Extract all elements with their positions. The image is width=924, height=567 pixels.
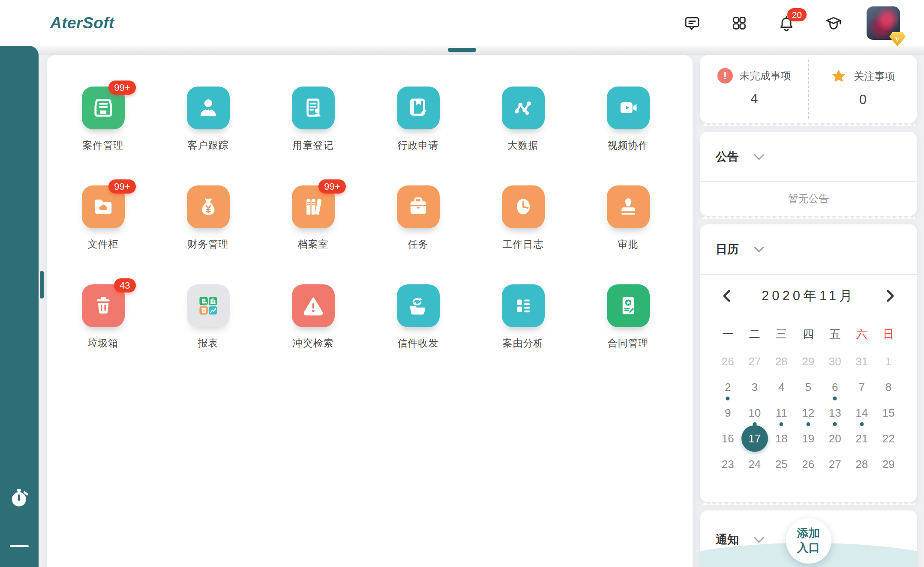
chevron-down-icon[interactable] [752, 242, 766, 257]
calendar-day[interactable]: 21 [849, 426, 875, 451]
client-person-icon [187, 87, 230, 129]
calendar-day[interactable]: 15 [875, 400, 902, 426]
calendar-day[interactable]: 28 [849, 451, 875, 477]
stopwatch-icon[interactable] [0, 487, 39, 509]
calendar-day[interactable]: 22 [875, 426, 902, 451]
calendar-day[interactable]: 16 [714, 426, 741, 451]
weekday: 四 [803, 324, 814, 344]
calendar-day[interactable]: 1 [875, 349, 902, 374]
calendar-day[interactable]: 26 [795, 451, 822, 477]
app-finance[interactable]: 财务管理 [187, 185, 230, 284]
chevron-down-icon[interactable] [752, 149, 766, 164]
briefcase-icon [397, 185, 440, 228]
calendar-day[interactable]: 14 [849, 400, 875, 426]
calendar-day[interactable]: 27 [741, 349, 768, 374]
app-header: AterSoft 20 [0, 0, 924, 46]
weekday: 三 [776, 324, 787, 344]
app-label: 冲突检索 [293, 337, 334, 350]
app-video-collab[interactable]: 视频协作 [607, 87, 650, 185]
apps-grid-icon[interactable] [729, 13, 749, 33]
app-conflict-search[interactable]: 冲突检索 [292, 284, 335, 383]
follow-stat[interactable]: 关注事项 0 [809, 55, 917, 123]
case-archive-icon: 99+ [82, 87, 125, 129]
avatar[interactable]: V [867, 6, 900, 40]
app-contract-management[interactable]: 合同管理 [607, 284, 650, 383]
calendar-day[interactable]: 6 [822, 374, 848, 400]
calendar-day[interactable]: 5 [795, 374, 822, 400]
star-icon [831, 68, 847, 84]
app-label: 文件柜 [88, 238, 119, 251]
books-icon: 99+ [292, 185, 335, 228]
app-file-cabinet[interactable]: 99+ 文件柜 [82, 185, 125, 284]
calendar-day[interactable]: 31 [849, 349, 875, 374]
app-launcher-panel: 99+ 案件管理 客户跟踪 [47, 55, 693, 567]
trash-icon: 43 [82, 284, 125, 327]
chevron-left-icon[interactable] [720, 289, 735, 303]
app-trash[interactable]: 43 垃圾箱 [82, 284, 125, 383]
announcement-title: 公告 [716, 149, 739, 164]
calendar-day[interactable]: 3 [741, 374, 768, 400]
sidebar-divider [10, 545, 29, 547]
calendar-day[interactable]: 2 [714, 374, 741, 400]
app-label: 大数据 [508, 139, 539, 152]
calendar-day[interactable]: 27 [822, 451, 848, 477]
graduation-cap-icon[interactable] [824, 13, 843, 33]
calendar-day[interactable]: 23 [714, 451, 741, 477]
weekday: 一 [722, 324, 733, 344]
book-pencil-icon [397, 87, 440, 129]
calendar-day-selected[interactable]: 17 [741, 426, 768, 451]
app-client-tracking[interactable]: 客户跟踪 [187, 87, 230, 185]
app-cause-analysis[interactable]: 案由分析 [502, 284, 545, 383]
calendar-day[interactable]: 13 [822, 400, 848, 426]
app-mail-exchange[interactable]: 信件收发 [397, 284, 440, 383]
announcement-header: 公告 [700, 132, 917, 182]
app-label: 报表 [198, 337, 219, 350]
weekday: 五 [829, 324, 840, 344]
app-tasks[interactable]: 任务 [397, 185, 440, 284]
apps-grid: 99+ 案件管理 客户跟踪 [47, 55, 693, 383]
calendar-day[interactable]: 30 [822, 349, 848, 374]
todo-stat[interactable]: ! 未完成事项 4 [700, 55, 808, 123]
app-work-log[interactable]: 工作日志 [502, 185, 545, 284]
calendar-day[interactable]: 29 [875, 451, 902, 477]
app-reports[interactable]: 报表 [187, 284, 230, 383]
app-archive-room[interactable]: 99+ 档案室 [292, 185, 335, 284]
scrollbar-handle[interactable] [40, 271, 44, 298]
header-actions: 20 V [655, 6, 900, 40]
app-admin-request[interactable]: 行政申请 [397, 87, 440, 185]
bell-icon[interactable]: 20 [777, 13, 796, 33]
app-label: 案件管理 [83, 139, 124, 152]
calendar-day[interactable]: 18 [768, 426, 795, 451]
calendar-day[interactable]: 7 [849, 374, 875, 400]
app-approval[interactable]: 审批 [607, 185, 650, 284]
calendar-day[interactable]: 19 [795, 426, 822, 451]
badge-count: 99+ [108, 81, 135, 95]
chevron-right-icon[interactable] [882, 289, 897, 303]
calendar-day[interactable]: 20 [822, 426, 848, 451]
calendar-day[interactable]: 4 [768, 374, 795, 400]
calendar-day[interactable]: 26 [714, 349, 741, 374]
calendar-day[interactable]: 12 [795, 400, 822, 426]
calendar-day[interactable]: 11 [768, 400, 795, 426]
calendar-weekday-row: 一 二 三 四 五 六 日 [714, 324, 917, 344]
app-case-management[interactable]: 99+ 案件管理 [82, 87, 125, 185]
announcement-card: 公告 暂无公告 [700, 132, 917, 216]
app-big-data[interactable]: 大数据 [502, 87, 545, 185]
add-entry-button[interactable]: 添加 入口 [786, 518, 831, 564]
weekday-sunday: 日 [883, 324, 894, 344]
calendar-day[interactable]: 9 [714, 400, 741, 426]
sidebar [0, 46, 39, 567]
video-camera-icon [607, 87, 650, 129]
app-seal-register[interactable]: 用章登记 [292, 87, 335, 185]
calendar-day[interactable]: 24 [741, 451, 768, 477]
calendar-day[interactable]: 28 [768, 349, 795, 374]
chevron-down-icon[interactable] [752, 532, 766, 547]
calendar-day[interactable]: 8 [875, 374, 902, 400]
app-label: 信件收发 [398, 337, 439, 350]
notice-title: 通知 [716, 532, 739, 547]
calendar-day[interactable]: 25 [768, 451, 795, 477]
calendar-day[interactable]: 10 [741, 400, 768, 426]
calendar-day[interactable]: 29 [795, 349, 822, 374]
alert-icon: ! [717, 68, 733, 84]
chat-icon[interactable] [682, 13, 702, 33]
